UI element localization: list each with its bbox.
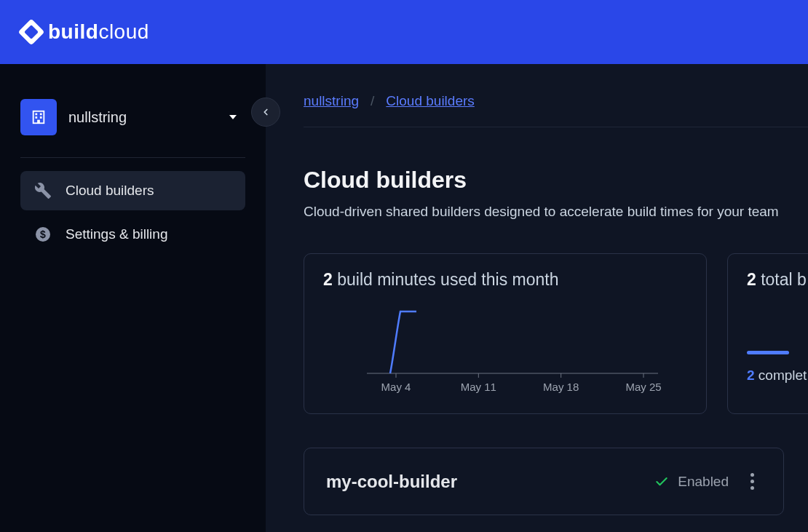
completed-label: complet <box>755 368 807 383</box>
page-title: Cloud builders <box>304 167 808 194</box>
breadcrumb-page-link[interactable]: Cloud builders <box>386 93 474 109</box>
completed-line: 2 complet <box>747 368 808 384</box>
stat-card-build-minutes: 2 build minutes used this month May 4May… <box>304 253 707 414</box>
builder-menu-button[interactable] <box>743 469 761 494</box>
dollar-circle-icon: $ <box>33 225 52 244</box>
sidebar-collapse-button[interactable] <box>251 98 280 127</box>
brand-bold: build <box>48 20 98 43</box>
org-selector[interactable]: nullstring <box>20 93 245 141</box>
chevron-down-icon <box>229 115 237 119</box>
brand-logo-icon <box>18 19 45 46</box>
breadcrumb-separator: / <box>371 93 374 109</box>
svg-rect-1 <box>35 114 37 116</box>
progress-fill <box>747 351 789 354</box>
builder-status-label: Enabled <box>678 474 729 490</box>
brand-logo-text: buildcloud <box>48 20 149 44</box>
chevron-left-icon <box>261 107 271 117</box>
sidebar-divider <box>20 157 245 158</box>
progress-track <box>747 351 808 354</box>
page-subtitle: Cloud-driven shared builders designed to… <box>304 204 808 220</box>
stat-value: 2 <box>323 270 333 289</box>
svg-text:$: $ <box>40 229 46 240</box>
stat-title: 2 build minutes used this month <box>323 270 687 290</box>
build-minutes-chart: May 4May 11May 18May 25 <box>323 304 687 402</box>
org-name: nullstring <box>68 109 218 126</box>
org-icon <box>20 99 57 135</box>
stat-title: 2 total b <box>747 270 808 290</box>
brand-light: cloud <box>98 20 148 43</box>
stat-value: 2 <box>747 270 756 289</box>
svg-rect-5 <box>37 120 40 124</box>
builder-name: my-cool-builder <box>326 472 640 492</box>
sidebar-item-label: Settings & billing <box>66 226 167 242</box>
check-icon <box>654 475 669 489</box>
svg-text:May 25: May 25 <box>625 381 661 393</box>
breadcrumb: nullstring / Cloud builders <box>304 93 808 109</box>
sidebar-item-cloud-builders[interactable]: Cloud builders <box>20 171 245 210</box>
building-icon <box>31 109 47 125</box>
svg-rect-4 <box>40 116 42 119</box>
stat-card-total-builds: 2 total b 2 complet <box>727 253 808 414</box>
breadcrumb-divider <box>304 127 808 127</box>
sidebar-item-settings-billing[interactable]: $ Settings & billing <box>20 215 245 254</box>
app-header: buildcloud <box>0 0 808 64</box>
svg-text:May 4: May 4 <box>381 381 411 393</box>
dot-icon <box>750 486 754 490</box>
svg-rect-3 <box>35 116 37 119</box>
breadcrumb-org-link[interactable]: nullstring <box>304 93 359 109</box>
dot-icon <box>750 480 754 483</box>
svg-text:May 11: May 11 <box>461 381 496 393</box>
completed-value: 2 <box>747 368 755 383</box>
stats-row: 2 build minutes used this month May 4May… <box>304 253 808 414</box>
sidebar-nav: Cloud builders $ Settings & billing <box>20 171 245 254</box>
svg-text:May 18: May 18 <box>543 381 579 393</box>
builder-status: Enabled <box>654 474 729 490</box>
brand-logo[interactable]: buildcloud <box>22 20 149 44</box>
dot-icon <box>750 473 754 477</box>
wrench-icon <box>33 181 52 200</box>
sidebar-item-label: Cloud builders <box>66 183 154 199</box>
sidebar: nullstring Cloud builders $ Settings & b… <box>0 64 266 532</box>
svg-rect-2 <box>40 114 42 116</box>
builder-card[interactable]: my-cool-builder Enabled <box>304 448 784 515</box>
stat-label: total b <box>756 270 807 289</box>
stat-label: build minutes used this month <box>333 270 559 289</box>
main-content: nullstring / Cloud builders Cloud builde… <box>266 64 808 532</box>
